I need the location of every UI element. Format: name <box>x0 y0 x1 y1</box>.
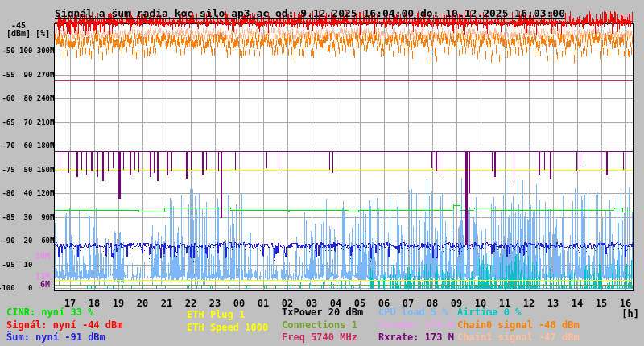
chart-canvas <box>0 0 644 346</box>
x-axis-label: 00 <box>227 298 251 309</box>
chart-title: Signál a šum radia koc_silo_ap3_ac od: 9… <box>55 7 565 19</box>
legend-connections: Connections 1 <box>282 320 357 331</box>
y-axis-label: -60 80 240M <box>0 94 54 103</box>
legend-chain0: Chain0 signal -48 dBm <box>457 320 580 331</box>
legend-eth-plug: ETH Plug 1 <box>187 310 245 320</box>
x-axis-label: 23 <box>203 298 227 309</box>
legend-chain1: Chain1 signal -47 dBm <box>457 332 580 343</box>
legend-noise: Šum: nyní -91 dBm <box>6 332 105 343</box>
legend-airtime: Airtime 0 % <box>457 307 521 318</box>
y-axis-label: -55 90 270M <box>0 71 54 80</box>
y-axis-label: -95 10 <box>0 261 54 270</box>
y-axis-label: -80 40 120M <box>0 189 54 198</box>
y-axis-label: -50 100 300M <box>0 47 54 56</box>
x-axis-label: 21 <box>155 298 179 309</box>
legend-cinr: CINR: nyní 33 % <box>6 307 93 318</box>
x-axis-label: 16 <box>613 298 638 309</box>
x-axis-label: 22 <box>179 298 203 309</box>
legend-freq: Freq 5740 MHz <box>282 332 357 343</box>
x-axis-label: 15 <box>589 298 613 309</box>
rate-min-marker: 6M <box>26 281 50 289</box>
x-axis-label: 19 <box>106 298 130 309</box>
legend-txrate: Txrate: 173 M <box>378 320 454 331</box>
x-axis-label: 13 <box>541 298 565 309</box>
rate-min-marker: 39M <box>26 253 50 261</box>
x-axis-unit-label: [h] <box>617 308 639 319</box>
y-axis-label: -65 70 210M <box>0 118 54 127</box>
legend-signal: Signál: nyní -44 dBm <box>6 320 123 331</box>
graph-page: Signál a šum radia koc_silo_ap3_ac od: 9… <box>0 0 644 346</box>
y-axis-label: -70 60 180M <box>0 142 54 150</box>
y-axis-unit-label: [dBm] [%] <box>6 29 50 38</box>
x-axis-label: 01 <box>251 298 275 309</box>
legend-cpu-load: CPU load 5 % <box>378 307 448 318</box>
y-axis-label: -85 30 90M <box>0 213 54 222</box>
y-axis-label: -75 50 150M <box>0 166 54 175</box>
x-axis-label: 20 <box>130 298 155 309</box>
y-axis-label: -90 20 60M <box>0 237 54 245</box>
legend-rxrate: Rxrate: 173 M <box>378 332 454 343</box>
legend-eth-speed: ETH Speed 1000 <box>187 323 268 333</box>
legend-txpower: TxPower 20 dBm <box>282 307 363 318</box>
x-axis-label: 14 <box>565 298 589 309</box>
